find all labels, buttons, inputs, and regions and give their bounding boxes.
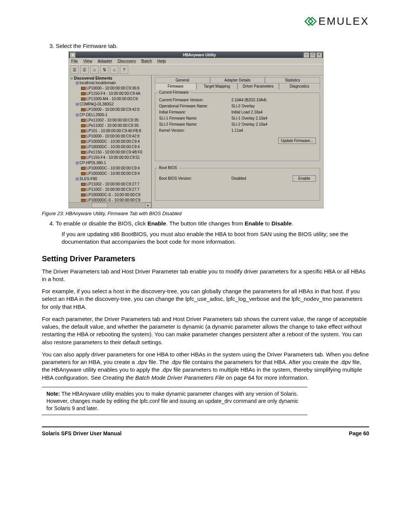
firmware-row-label: Operational Firmware Name:: [159, 104, 231, 108]
tab-adapter-details[interactable]: Adapter Details: [210, 77, 265, 83]
tree-root-icon: [70, 77, 73, 80]
host-icon: [76, 103, 79, 106]
titlebar-dropdown-icon[interactable]: ▾: [70, 52, 76, 58]
tree-node-label: CP-DELL2800-1: [80, 112, 107, 118]
scrollbar-thumb[interactable]: [92, 203, 108, 208]
hba-card-icon: [81, 151, 86, 154]
hba-card-icon: [81, 172, 86, 175]
menu-help[interactable]: Help: [157, 59, 166, 63]
current-firmware-group: Current Firmware Current Firmware Versio…: [155, 93, 320, 161]
scrollbar-right-arrow[interactable]: ▸: [145, 203, 151, 208]
tree-node-label: COMPAQ-DL380G2: [80, 102, 114, 107]
toolbar-button-4[interactable]: ⇅: [100, 66, 108, 74]
tree-hba-node[interactable]: LP10000 - 10:00:00:00:C9:42:8: [70, 134, 151, 139]
tree-root-label: Discovered Elements: [74, 76, 112, 80]
tree-node-label: localhost.localdomain: [80, 80, 116, 86]
hba-card-icon: [81, 167, 86, 170]
firmware-row-value: 1.11a4: [231, 128, 243, 133]
boot-bios-value: Disabled: [231, 176, 281, 181]
enable-button[interactable]: Enable: [293, 175, 316, 182]
tree-node-label: LP10000 - 10:00:00:00:C9:36:6: [86, 86, 140, 91]
boot-bios-label: Boot BIOS Version:: [159, 176, 231, 181]
firmware-info-row: Current Firmware Version:2.10A4 (B2D2.10…: [159, 98, 316, 102]
hba-card-icon: [81, 199, 86, 202]
discovery-tree[interactable]: Discovered Elements localhost.localdomai…: [69, 75, 152, 208]
tab-driver-parameters[interactable]: Driver Parameters: [237, 83, 279, 89]
close-button[interactable]: ×: [316, 52, 322, 58]
paragraph-3: For each parameter, the Driver Parameter…: [42, 315, 369, 346]
tab-target-mapping[interactable]: Target Mapping: [196, 83, 238, 89]
tree-hba-node[interactable]: LP11002 - 10:00:00:00:C9:27:7: [70, 182, 151, 187]
tree-hba-node[interactable]: LP10000 - 10:00:00:00:C9:36:6: [70, 86, 151, 91]
step-4-text: 4. To enable or disable the BIOS, click …: [58, 220, 369, 227]
tree-hba-node[interactable]: LP10000DC - 10:00:00:00:C9:4: [70, 139, 151, 144]
tree-hba-node[interactable]: LP10000DC - 10:00:00:00:C9:4: [70, 171, 151, 176]
tree-scrollbar[interactable]: ▸: [69, 202, 151, 208]
toolbar-button-5[interactable]: ⌂: [110, 66, 118, 74]
footer-left: Solaris SFS Driver User Manual: [42, 430, 121, 436]
firmware-row-value: SLI-2 Overlay 2.10a4: [231, 122, 268, 126]
tree-node-label: LP1150-F4 - 10:00:00:00:C9:51: [86, 155, 140, 160]
update-firmware-button[interactable]: Update Firmware...: [278, 137, 316, 144]
paragraph-4: You can also apply driver parameters for…: [42, 351, 369, 382]
host-icon: [76, 177, 79, 181]
tab-statistics[interactable]: Statistics: [265, 77, 320, 83]
firmware-info-row: Initial Firmware:Initial Load 2.10a4: [159, 110, 316, 114]
toolbar-help-button[interactable]: ?: [120, 66, 128, 74]
tree-hba-node[interactable]: LP11000-M4 - 10:00:00:00:C9:: [70, 96, 151, 102]
toolbar-button-2[interactable]: ☰: [80, 66, 89, 74]
step-4-para2: If you are updating x86 BootBIOS, you mu…: [62, 230, 369, 246]
tree-host-node[interactable]: CP-DELL2800-1: [70, 112, 151, 118]
tree-hba-node[interactable]: LP10000DC - 10:00:00:00:C9:4: [70, 166, 151, 171]
tree-hba-node[interactable]: LP10000DC - 10:00:00:00:C9:4: [70, 144, 151, 150]
tree-node-label: SLES-F80: [80, 176, 97, 182]
menu-discovery[interactable]: Discovery: [118, 59, 136, 63]
hba-card-icon: [81, 92, 86, 95]
tree-hba-node[interactable]: LP101 - 10:00:00:00:C9:40:FB:8: [70, 128, 151, 134]
hba-card-icon: [81, 140, 86, 143]
tree-host-node[interactable]: SLES-F80: [70, 176, 151, 182]
page-footer: Solaris SFS Driver User Manual Page 60: [42, 427, 369, 436]
firmware-row-value: SLI-2 Overlay: [231, 104, 255, 108]
brand-logo: EMULEX: [42, 15, 369, 27]
toolbar: ☰ ☰ ⌂ ⇅ ⌂ ?: [69, 64, 323, 75]
note-label: Note:: [46, 391, 60, 397]
maximize-button[interactable]: □: [310, 52, 316, 58]
paragraph-1: The Driver Parameters tab and Host Drive…: [42, 268, 369, 283]
tree-hba-node[interactable]: LP10000DC-S - 10:00:00:00:C9: [70, 192, 151, 198]
tree-hba-node[interactable]: LPe1150 - 10:00:00:00:C9:4B:F0: [70, 150, 151, 155]
tree-node-label: LP10000 - 10:00:00:00:C9:42:8: [86, 134, 140, 139]
minimize-button[interactable]: –: [303, 52, 309, 58]
hba-card-icon: [81, 108, 86, 111]
hba-card-icon: [81, 156, 86, 159]
tree-host-node[interactable]: CP-HPDL380-1: [70, 160, 151, 166]
tree-hba-node[interactable]: LP11002 - 10:00:00:00:C9:27:7: [70, 187, 151, 192]
menu-batch[interactable]: Batch: [141, 59, 152, 63]
toolbar-button-1[interactable]: ☰: [70, 66, 79, 74]
toolbar-button-3[interactable]: ⌂: [90, 66, 99, 74]
menu-view[interactable]: View: [83, 59, 92, 63]
tree-hba-node[interactable]: LP10000 - 10:00:00:00:C9:42:0: [70, 107, 151, 112]
step-3-text: 3. Select the Firmware tab.: [58, 43, 369, 49]
figure-caption: Figure 23: HBAnyware Utility, Firmware T…: [42, 211, 369, 216]
paragraph-2: For example, if you select a host in the…: [42, 288, 369, 311]
tab-diagnostics[interactable]: Diagnostics: [279, 83, 320, 89]
hba-card-icon: [81, 193, 86, 197]
firmware-row-label: Kernel Version:: [159, 128, 231, 133]
logo-text: EMULEX: [319, 15, 369, 27]
menu-file[interactable]: File: [71, 59, 78, 63]
tree-host-node[interactable]: localhost.localdomain: [70, 80, 151, 86]
menu-adapter[interactable]: Adapter: [97, 59, 112, 63]
tab-general[interactable]: General: [155, 77, 210, 83]
tree-hba-node[interactable]: LP1150-F4 - 10:00:00:00:C9:4A: [70, 91, 151, 96]
tree-hba-node[interactable]: LPe11002 - 10:00:00:00:C9:35:: [70, 118, 151, 123]
tree-node-label: LP11000-M4 - 10:00:00:00:C9:: [86, 96, 139, 102]
firmware-row-label: Current Firmware Version:: [159, 98, 231, 102]
current-firmware-title: Current Firmware: [158, 90, 190, 94]
tree-hba-node[interactable]: LP1150-F4 - 10:00:00:00:C9:51: [70, 155, 151, 160]
tree-hba-node[interactable]: LPe11002 - 10:00:00:00:C9:35:: [70, 123, 151, 128]
boot-bios-title: Boot BIOS: [158, 166, 178, 170]
tree-node-label: LPe11002 - 10:00:00:00:C9:35:: [86, 118, 140, 123]
tree-host-node[interactable]: COMPAQ-DL380G2: [70, 102, 151, 107]
tab-firmware[interactable]: Firmware: [155, 83, 196, 89]
